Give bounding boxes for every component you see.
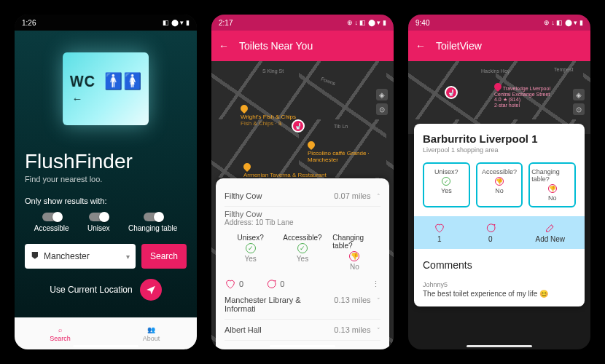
system-navbar[interactable]: [73, 345, 138, 347]
check-icon: ✓: [246, 243, 256, 253]
thumbs-down-icon: 👎: [349, 251, 359, 261]
compass-icon[interactable]: ⊙: [376, 103, 388, 115]
app-tagline: Find your nearest loo.: [25, 175, 187, 183]
system-navbar[interactable]: [270, 345, 335, 347]
comment-button[interactable]: 0: [265, 278, 284, 290]
map-view[interactable]: ◈ ⊙ Hackins Hey Tempest 🚽 Travelodge Liv…: [408, 61, 590, 134]
chip-changing: Changing table?👎No: [528, 162, 576, 207]
screen-home: 1:26 ◧ ⬤ ▾ ▮ WC 🚹🚺 ← FlushFinder Find yo…: [15, 15, 197, 349]
city-selected: Manchester: [44, 251, 90, 261]
search-icon: ⌕: [58, 326, 62, 333]
detail-address: Address: 10 Tib Lane: [225, 218, 380, 226]
map-controls: ◈ ⊙: [573, 89, 585, 115]
like-button[interactable]: 1: [434, 222, 445, 243]
app-bar: ← ToiletView: [408, 31, 590, 61]
thumbs-down-icon: 👎: [548, 184, 557, 193]
chip-unisex: Unisex?✓Yes: [423, 162, 470, 207]
status-bar: 2:17 ⊕ ↓ ◧ ⬤ ▾ ▮: [211, 15, 394, 31]
chip-accessible: Accessible?👎No: [476, 162, 523, 207]
app-bar: ← Toilets Near You: [211, 31, 394, 61]
list-item[interactable]: Albert Hall0.13 miles ˅: [225, 320, 380, 341]
add-new-button[interactable]: Add New: [535, 222, 565, 243]
chevron-down-icon: ▾: [126, 253, 130, 261]
compass-icon[interactable]: ⊙: [573, 103, 585, 115]
chevron-up-icon: ˄: [375, 193, 380, 200]
venue-subtitle: Liverpool 1 shopping area: [423, 146, 576, 154]
toggle-unisex[interactable]: Unisex: [87, 213, 110, 232]
poi-marker[interactable]: Piccolino caffè Grande · Manchester: [308, 141, 394, 163]
screen-title: Toilets Near You: [239, 40, 313, 52]
list-item[interactable]: Manchester Library & Informati0.13 miles…: [225, 290, 380, 320]
status-icons: ⊕ ↓ ◧ ⬤ ▾ ▮: [347, 19, 386, 26]
hotel-poi[interactable]: Travelodge Liverpool Central Exchange St…: [494, 83, 560, 108]
filter-label: Only show results with:: [25, 197, 187, 205]
more-icon[interactable]: ⋮: [372, 280, 380, 289]
filter-toggles: Accessible Unisex Changing table: [25, 213, 187, 232]
list-item[interactable]: Filthy Cow 0.07 miles ˄: [225, 186, 380, 207]
status-time: 9:40: [415, 19, 429, 27]
status-time: 2:17: [219, 19, 233, 27]
app-title: FlushFinder: [25, 150, 187, 173]
status-bar: 9:40 ⊕ ↓ ◧ ⬤ ▾ ▮: [408, 15, 590, 31]
map-controls: ◈ ⊙: [376, 89, 388, 115]
wc-sign-image: WC 🚹🚺 ←: [63, 52, 149, 125]
toggle-changing-table[interactable]: Changing table: [128, 213, 177, 232]
screen-list: 2:17 ⊕ ↓ ◧ ⬤ ▾ ▮ ← Toilets Near You ◈ ⊙ …: [211, 15, 394, 349]
detail-name: Filthy Cow: [225, 210, 380, 218]
toggle-accessible[interactable]: Accessible: [34, 213, 69, 232]
attr-changing: Changing table?👎No: [332, 234, 376, 271]
toilet-pin-icon[interactable]: 🚽: [292, 119, 305, 132]
map-view[interactable]: ◈ ⊙ S King St Fowns Wright's Fish & Chip…: [211, 61, 394, 349]
poi-marker[interactable]: Wright's Fish & ChipsFish & Chips · $: [241, 105, 296, 127]
status-icons: ◧ ⬤ ▾ ▮: [163, 19, 190, 26]
system-navbar[interactable]: [467, 345, 532, 347]
attr-accessible: Accessible?✓Yes: [281, 234, 324, 271]
detail-card: Barburrito Liverpool 1 Liverpool 1 shopp…: [414, 124, 585, 306]
thumbs-down-icon: 👎: [495, 177, 504, 186]
shield-icon: ⛊: [31, 251, 39, 261]
use-location-label: Use Current Location: [50, 285, 132, 295]
status-time: 1:26: [22, 19, 36, 27]
people-icon: 👥: [147, 326, 155, 333]
attr-unisex: Unisex?✓Yes: [229, 234, 273, 271]
like-button[interactable]: 0: [225, 278, 243, 290]
venue-name: Barburrito Liverpool 1: [423, 132, 576, 145]
comment-item: Johnny5 The best toilet experience of my…: [423, 281, 576, 298]
layers-icon[interactable]: ◈: [573, 89, 585, 100]
back-arrow-icon[interactable]: ←: [415, 40, 426, 52]
layers-icon[interactable]: ◈: [376, 89, 388, 100]
comments-header: Comments: [423, 259, 576, 271]
toilet-pin-icon[interactable]: 🚽: [445, 86, 458, 99]
back-arrow-icon[interactable]: ←: [219, 40, 229, 52]
status-icons: ⊕ ↓ ◧ ⬤ ▾ ▮: [544, 19, 583, 26]
search-button[interactable]: Search: [141, 244, 187, 269]
city-select[interactable]: ⛊ Manchester ▾: [25, 244, 136, 269]
check-icon: ✓: [297, 243, 308, 253]
results-sheet[interactable]: Filthy Cow 0.07 miles ˄ Filthy Cow Addre…: [216, 178, 389, 349]
hero-area: WC 🚹🚺 ← FlushFinder Find your nearest lo…: [15, 31, 197, 317]
comment-button[interactable]: 0: [485, 222, 496, 243]
check-icon: ✓: [442, 177, 450, 186]
screen-detail: 9:40 ⊕ ↓ ◧ ⬤ ▾ ▮ ← ToiletView ◈ ⊙ Hackin…: [408, 15, 590, 349]
screen-title: ToiletView: [436, 40, 482, 52]
use-location-button[interactable]: [140, 279, 162, 301]
status-bar: 1:26 ◧ ⬤ ▾ ▮: [15, 15, 197, 31]
